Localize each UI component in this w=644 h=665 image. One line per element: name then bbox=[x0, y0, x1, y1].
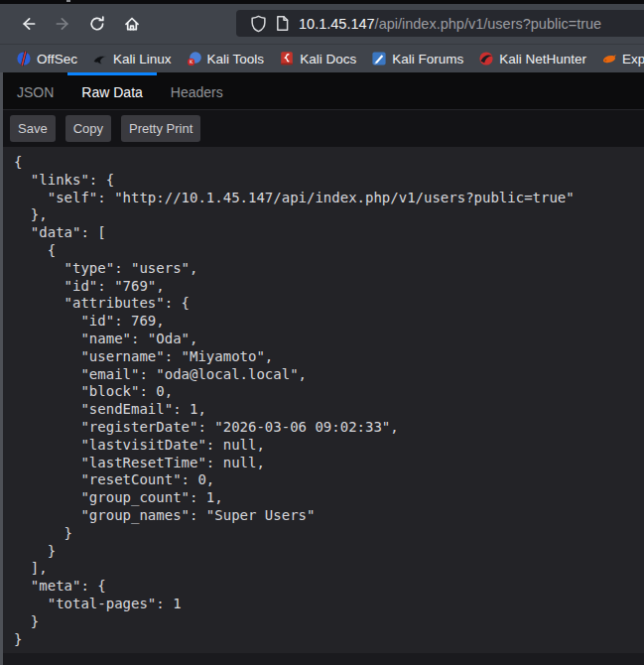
kali-dragon-icon bbox=[92, 51, 108, 66]
bookmark-label: Kali Linux bbox=[113, 52, 172, 66]
save-button[interactable]: Save bbox=[10, 115, 56, 142]
raw-data-action-bar: Save Copy Pretty Print bbox=[3, 109, 644, 147]
home-button[interactable] bbox=[117, 9, 147, 39]
home-icon bbox=[123, 15, 141, 33]
bookmark-label: Kali Forums bbox=[392, 52, 463, 66]
browser-window: 10.1.45.147/api/index.php/v1/users?publi… bbox=[0, 0, 644, 665]
bookmark-kali-docs[interactable]: Kali Docs bbox=[279, 51, 356, 66]
bookmark-label: OffSec bbox=[37, 52, 77, 66]
raw-json-panel: { "links": { "self": "http://10.1.45.147… bbox=[3, 147, 644, 653]
forward-button[interactable] bbox=[48, 9, 77, 39]
bottom-strip bbox=[3, 653, 644, 665]
reload-icon bbox=[88, 15, 106, 33]
bookmark-label: Kali Tools bbox=[207, 52, 265, 66]
bookmark-kali-nethunter[interactable]: Kali NetHunter bbox=[478, 51, 586, 66]
bookmark-label: Exp bbox=[622, 52, 644, 66]
page-proxy-icon[interactable] bbox=[270, 12, 294, 36]
url-path: /api/index.php/v1/users?public=true bbox=[375, 16, 602, 32]
copy-button[interactable]: Copy bbox=[65, 115, 111, 142]
bookmark-offsec[interactable]: OffSec bbox=[16, 51, 77, 66]
json-viewer-tabs: JSON Raw Data Headers bbox=[3, 72, 644, 109]
offsec-icon bbox=[16, 51, 32, 66]
reload-button[interactable] bbox=[82, 9, 112, 39]
exploit-db-bird-icon bbox=[601, 51, 617, 66]
navigation-toolbar: 10.1.45.147/api/index.php/v1/users?publi… bbox=[0, 4, 644, 44]
tab-json[interactable]: JSON bbox=[3, 72, 67, 109]
bookmark-kali-linux[interactable]: Kali Linux bbox=[92, 51, 172, 66]
tab-headers[interactable]: Headers bbox=[157, 72, 237, 109]
url-host: 10.1.45.147 bbox=[299, 16, 375, 32]
bookmark-kali-forums[interactable]: Kali Forums bbox=[371, 51, 463, 66]
kali-tools-icon: K bbox=[187, 51, 202, 66]
bookmark-label: Kali Docs bbox=[300, 52, 356, 66]
bookmark-kali-tools[interactable]: K Kali Tools bbox=[187, 51, 265, 66]
page-viewport: JSON Raw Data Headers Save Copy Pretty P… bbox=[0, 72, 644, 665]
pretty-print-button[interactable]: Pretty Print bbox=[121, 115, 200, 142]
forward-arrow-icon bbox=[54, 15, 72, 33]
back-button[interactable] bbox=[13, 9, 43, 39]
kali-forums-icon bbox=[371, 51, 387, 66]
url-text: 10.1.45.147/api/index.php/v1/users?publi… bbox=[299, 16, 601, 32]
kali-docs-icon bbox=[279, 51, 295, 66]
url-bar[interactable]: 10.1.45.147/api/index.php/v1/users?publi… bbox=[236, 10, 644, 37]
raw-json-text: { "links": { "self": "http://10.1.45.147… bbox=[14, 154, 644, 648]
tab-strip-notch bbox=[66, 0, 70, 2]
kali-nethunter-icon bbox=[478, 51, 494, 66]
bookmarks-toolbar: OffSec Kali Linux K Kali Tools bbox=[0, 44, 644, 72]
bookmark-exploit-db[interactable]: Exp bbox=[601, 51, 644, 66]
tracking-protection-shield-icon[interactable] bbox=[246, 12, 270, 36]
back-arrow-icon bbox=[19, 15, 38, 33]
tab-raw-data[interactable]: Raw Data bbox=[67, 72, 156, 109]
bookmark-label: Kali NetHunter bbox=[499, 52, 586, 66]
